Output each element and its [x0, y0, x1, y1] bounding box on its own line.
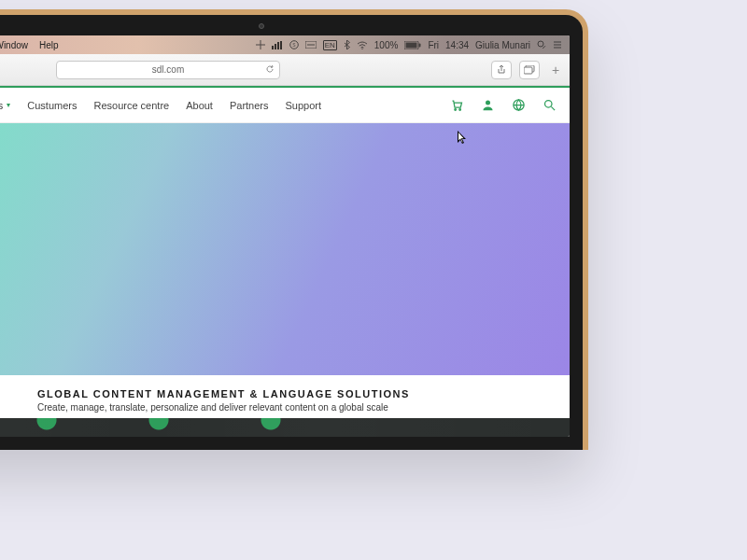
tagline-headline: GLOBAL CONTENT MANAGEMENT & LANGUAGE SOL…: [37, 388, 570, 399]
svg-rect-10: [406, 42, 417, 48]
tagline-strip: GLOBAL CONTENT MANAGEMENT & LANGUAGE SOL…: [0, 375, 570, 418]
svg-rect-18: [524, 67, 532, 74]
svg-point-23: [545, 101, 553, 108]
safari-new-tab-button[interactable]: +: [547, 62, 564, 78]
svg-text:S: S: [292, 42, 296, 48]
nav-item-about[interactable]: About: [186, 100, 213, 111]
keyboard-icon[interactable]: [305, 41, 317, 49]
mouse-cursor-icon: [458, 131, 468, 147]
nav-item-resource-centre[interactable]: Resource centre: [93, 100, 169, 111]
chevron-down-icon: ▾: [7, 101, 10, 109]
svg-rect-2: [277, 42, 279, 49]
safari-share-button[interactable]: [491, 61, 512, 79]
safari-tabs-button[interactable]: [519, 61, 540, 79]
safari-url-text: sdl.com: [152, 64, 184, 75]
footer-edge-graphic: [0, 418, 570, 437]
hero-banner: [0, 123, 570, 375]
laptop-mockup: narks Window Help S: [0, 9, 588, 450]
bluetooth-icon[interactable]: [344, 40, 350, 49]
nav-item-support[interactable]: Support: [286, 100, 322, 111]
safari-toolbar: sdl.com +: [0, 54, 570, 86]
macos-menu-item[interactable]: Window: [0, 40, 28, 50]
battery-percent: 100%: [374, 40, 399, 50]
svg-rect-11: [419, 43, 421, 47]
cart-icon[interactable]: [450, 98, 464, 112]
svg-point-20: [459, 109, 461, 111]
laptop-screen: narks Window Help S: [0, 35, 570, 437]
svg-line-13: [543, 46, 545, 49]
crosshair-icon[interactable]: [256, 40, 265, 49]
menubar-user[interactable]: Giulia Munari: [475, 40, 530, 50]
laptop-bezel: narks Window Help S: [0, 15, 583, 450]
spotlight-icon[interactable]: [537, 40, 546, 49]
search-icon[interactable]: [543, 98, 557, 112]
svg-rect-3: [280, 41, 282, 49]
reload-icon[interactable]: [265, 64, 275, 76]
svg-point-12: [538, 41, 543, 47]
menubar-day: Fri: [428, 40, 439, 50]
nav-item-partners[interactable]: Partners: [230, 100, 269, 111]
svg-line-24: [551, 106, 555, 110]
vpn-icon[interactable]: S: [289, 40, 299, 49]
battery-icon[interactable]: [404, 41, 421, 49]
tagline-subtext: Create, manage, translate, personalize a…: [37, 402, 570, 413]
svg-point-8: [361, 48, 362, 49]
laptop-camera: [259, 23, 264, 29]
site-nav: Solutions ▾ Custumers Resource centre Ab…: [0, 88, 570, 123]
nav-item-label: Solutions: [0, 100, 3, 111]
menu-icon[interactable]: [553, 40, 562, 49]
macos-menubar: narks Window Help S: [0, 35, 570, 54]
svg-rect-1: [275, 44, 276, 49]
svg-rect-0: [272, 46, 274, 49]
language-icon[interactable]: EN: [323, 40, 337, 50]
user-icon[interactable]: [481, 98, 495, 112]
safari-url-field[interactable]: sdl.com: [56, 61, 280, 79]
svg-point-21: [486, 101, 490, 105]
nav-item-solutions[interactable]: Solutions ▾: [0, 100, 10, 111]
svg-point-19: [455, 109, 457, 111]
globe-icon[interactable]: [512, 98, 526, 112]
nav-item-customers[interactable]: Custumers: [27, 100, 77, 111]
macos-menu-item[interactable]: Help: [39, 40, 59, 50]
wifi-icon[interactable]: [357, 41, 368, 49]
screen-icon[interactable]: [272, 41, 283, 49]
menubar-time: 14:34: [445, 40, 469, 50]
